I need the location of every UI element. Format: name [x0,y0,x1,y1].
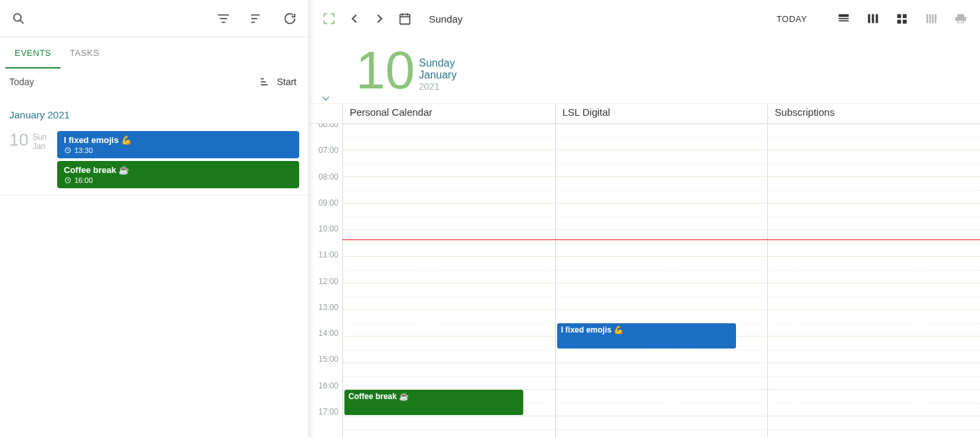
svg-rect-6 [251,18,257,19]
svg-point-0 [14,13,21,21]
svg-rect-3 [220,18,227,19]
hour-cell[interactable] [343,337,555,363]
svg-rect-24 [903,14,907,18]
svg-rect-5 [251,14,260,15]
hour-cell[interactable] [556,177,768,204]
filter-icon[interactable] [215,11,231,27]
hour-cell[interactable] [343,150,555,177]
tab-tasks[interactable]: TASKS [61,37,108,69]
svg-rect-27 [927,14,929,23]
calendar-column[interactable] [767,124,980,437]
search-icon[interactable] [11,11,27,27]
sort-by-start[interactable]: Start [259,76,297,88]
hour-cell[interactable] [556,363,768,390]
sort-icon[interactable] [249,11,265,27]
view-grid-icon[interactable] [895,11,910,26]
svg-line-1 [20,20,23,23]
chevron-down-icon[interactable] [319,92,332,107]
hour-cell[interactable] [768,150,980,177]
hour-cell[interactable] [343,363,555,390]
hour-cell[interactable] [556,124,768,150]
hour-label: 14:00 [309,329,342,355]
day-num: 10 Sun Jan [9,131,49,188]
hour-cell[interactable] [556,390,768,416]
event-card[interactable]: Coffee break ☕16:00 [57,161,299,188]
date-header: 10 Sunday January 2021 [309,37,980,104]
column-header[interactable]: Personal Calendar [342,104,555,123]
event-title: Coffee break ☕ [64,165,293,175]
today-label: Today [9,76,34,87]
time-axis: 06:0007:0008:0009:0010:0011:0012:0013:00… [309,124,342,437]
hour-cell[interactable] [768,230,980,257]
date-year: 2021 [419,81,457,92]
event-list: I fixed emojis 💪13:30Coffee break ☕16:00 [57,131,299,188]
hour-cell[interactable] [768,204,980,230]
next-icon[interactable] [372,11,388,27]
refresh-icon[interactable] [282,11,298,27]
hour-cell[interactable] [343,283,555,310]
hour-cell[interactable] [768,390,980,416]
svg-rect-30 [935,14,937,23]
prev-icon[interactable] [346,11,362,27]
hour-cell[interactable] [556,283,768,310]
fullscreen-icon[interactable] [321,11,337,27]
today-button[interactable]: TODAY [770,10,814,28]
grid-event[interactable]: I fixed emojis 💪 [557,323,736,349]
hour-label: 09:00 [309,198,342,224]
column-header[interactable]: LSL Digital [555,104,768,123]
hour-cell[interactable] [343,310,555,337]
date-month: January [419,69,457,81]
hour-cell[interactable] [343,204,555,230]
print-icon[interactable] [953,11,968,26]
svg-rect-7 [251,21,255,23]
hour-cell[interactable] [556,150,768,177]
column-headers: Personal CalendarLSL DigitalSubscription… [309,104,980,124]
svg-rect-22 [876,14,878,23]
svg-rect-18 [839,18,849,19]
column-header[interactable]: Subscriptions [767,104,980,123]
sort-label: Start [277,76,297,87]
svg-rect-26 [903,20,907,24]
hour-cell[interactable] [556,416,768,437]
svg-rect-9 [261,81,267,82]
day-name: Sunday [429,13,463,25]
view-list-icon[interactable] [924,11,939,26]
calendar-grid[interactable]: 06:0007:0008:0009:0010:0011:0012:0013:00… [309,124,980,437]
hour-cell[interactable] [768,310,980,337]
calendar-column[interactable]: Coffee break ☕ [342,124,555,437]
event-card[interactable]: I fixed emojis 💪13:30 [57,131,299,158]
calendar-icon[interactable] [397,11,413,27]
hour-cell[interactable] [343,230,555,257]
hour-cell[interactable] [768,283,980,310]
hour-cell[interactable] [768,337,980,363]
hour-cell[interactable] [343,257,555,283]
grid-event[interactable]: Coffee break ☕ [344,390,523,415]
hour-cell[interactable] [768,124,980,150]
hour-cell[interactable] [556,257,768,283]
main-toolbar: Sunday TODAY [309,0,980,37]
hour-cell[interactable] [768,363,980,390]
hour-cell[interactable] [343,177,555,204]
day-row: 10 Sun Jan I fixed emojis 💪13:30Coffee b… [0,127,308,196]
hour-cell[interactable] [768,416,980,437]
svg-rect-21 [872,14,874,23]
svg-rect-2 [218,14,229,15]
hour-cell[interactable] [768,257,980,283]
hour-label: 13:00 [309,303,342,329]
view-columns-icon[interactable] [866,11,880,26]
hour-cell[interactable] [343,124,555,150]
hour-label: 12:00 [309,277,342,303]
hour-cell[interactable] [556,204,768,230]
calendar-column[interactable]: I fixed emojis 💪 [555,124,768,437]
tab-events[interactable]: EVENTS [5,37,61,69]
hour-cell[interactable] [343,416,555,437]
hour-label: 07:00 [309,146,342,172]
hour-label: 16:00 [309,381,342,407]
hour-label: 15:00 [309,355,342,380]
hour-cell[interactable] [768,177,980,204]
svg-rect-25 [898,20,902,24]
view-day-icon[interactable] [836,11,851,26]
hour-cell[interactable] [556,230,768,257]
date-dow: Sunday [419,57,457,69]
svg-rect-13 [400,15,410,25]
